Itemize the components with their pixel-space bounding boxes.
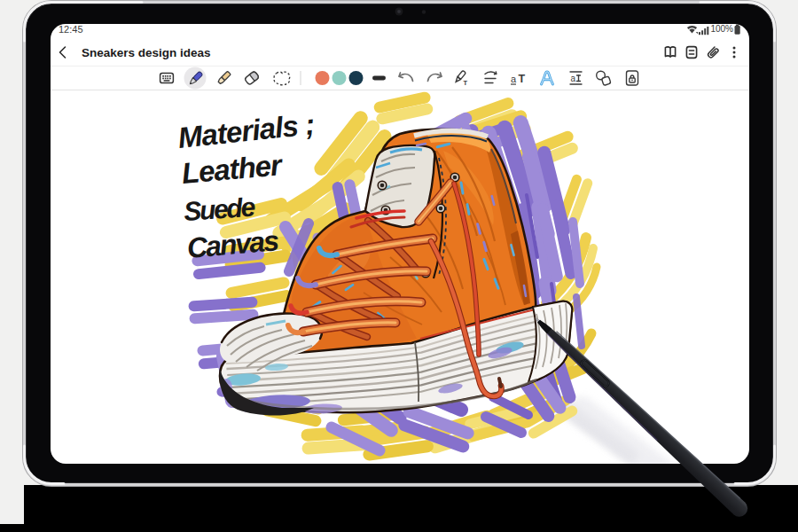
svg-text:Sneakers design ideas: Sneakers design ideas [82,46,211,59]
svg-text:12:45: 12:45 [59,24,83,35]
svg-text:a: a [511,74,517,84]
svg-text:a: a [571,74,576,83]
svg-text:Materials ;: Materials ; [176,107,317,154]
svg-text:Suede: Suede [183,192,256,226]
svg-text:T: T [519,73,526,85]
svg-text:100%: 100% [710,24,733,34]
svg-text:T: T [464,79,468,87]
svg-text:Leather: Leather [180,148,285,190]
